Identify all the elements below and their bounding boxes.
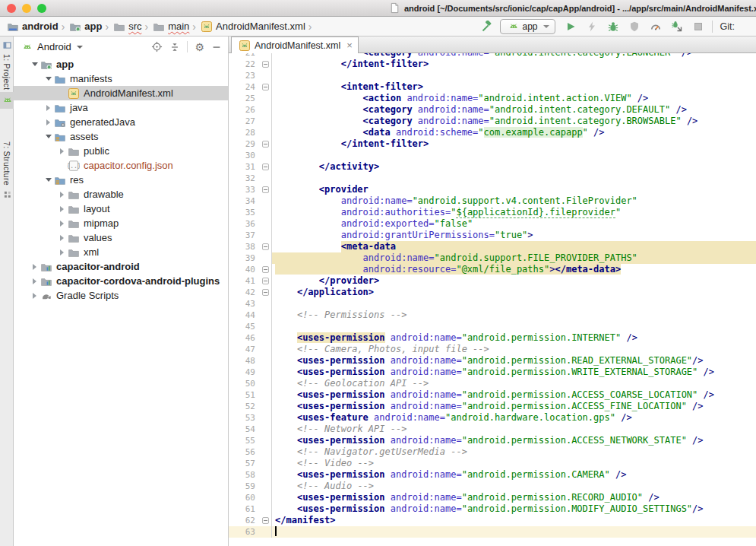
collapsed-arrow-icon[interactable] — [58, 221, 66, 227]
git-branch-label[interactable]: Git: — [720, 21, 735, 32]
code-line-27[interactable]: 27 <category android:name="android.inten… — [229, 116, 756, 127]
code-line-24[interactable]: 24 <intent-filter> — [229, 81, 756, 93]
tree-item-values[interactable]: values — [14, 230, 228, 245]
code-line-57[interactable]: 57 <!-- Video --> — [229, 458, 756, 469]
debug-button[interactable] — [607, 21, 619, 33]
attach-debugger-button[interactable] — [671, 21, 683, 33]
code-line-63[interactable]: 63 — [229, 526, 756, 538]
tree-item-manifests[interactable]: manifests — [14, 71, 228, 86]
tree-item-res[interactable]: res — [14, 173, 228, 187]
run-configuration-dropdown[interactable]: app — [500, 19, 555, 34]
tree-item-mipmap[interactable]: mipmap — [14, 216, 228, 230]
code-line-44[interactable]: 44 <!-- Permissions --> — [229, 310, 756, 321]
code-line-32[interactable]: 32 — [229, 173, 756, 184]
code-line-52[interactable]: 52 <uses-permission android:name="androi… — [229, 401, 756, 412]
tree-item-gradle-scripts[interactable]: Gradle Scripts — [14, 288, 228, 303]
fold-marker-icon[interactable] — [262, 163, 269, 170]
code-line-61[interactable]: 61 <uses-permission android:name="androi… — [229, 503, 756, 515]
tree-item-xml[interactable]: xml — [14, 245, 228, 259]
collapsed-arrow-icon[interactable] — [30, 293, 39, 299]
tree-item-capacitor-config-json[interactable]: {..}capacitor.config.json — [14, 158, 228, 173]
code-line-41[interactable]: 41 </provider> — [229, 275, 756, 287]
code-line-40[interactable]: 40 android:resource="@xml/file_paths"></… — [229, 264, 756, 275]
code-line-60[interactable]: 60 <uses-permission android:name="androi… — [229, 492, 756, 503]
expanded-arrow-icon[interactable] — [30, 62, 39, 66]
fold-marker-icon[interactable] — [262, 266, 269, 273]
coverage-button[interactable] — [628, 21, 641, 33]
tree-item-capacitor-android[interactable]: capacitor-android — [14, 259, 228, 274]
profiler-button[interactable] — [650, 21, 662, 33]
tree-item-capacitor-cordova-android-plugins[interactable]: capacitor-cordova-android-plugins — [14, 274, 228, 288]
code-line-26[interactable]: 26 <category android:name="android.inten… — [229, 104, 756, 116]
code-line-33[interactable]: 33 <provider — [229, 184, 756, 195]
code-line-43[interactable]: 43 — [229, 298, 756, 310]
hide-minus-icon[interactable] — [211, 42, 222, 52]
tree-item-public[interactable]: public — [14, 144, 228, 158]
code-line-29[interactable]: 29 </intent-filter> — [229, 138, 756, 150]
apply-changes-button[interactable] — [586, 21, 598, 33]
code-line-53[interactable]: 53 <uses-feature android:name="android.h… — [229, 412, 756, 424]
fold-marker-icon[interactable] — [262, 278, 269, 284]
code-line-35[interactable]: 35 android:authorities="${applicationId}… — [229, 207, 756, 218]
fold-marker-icon[interactable] — [262, 289, 269, 296]
fold-marker-icon[interactable] — [262, 84, 269, 90]
code-line-59[interactable]: 59 <!-- Audio --> — [229, 481, 756, 492]
fold-marker-icon[interactable] — [262, 243, 269, 250]
run-button[interactable] — [565, 21, 577, 33]
tree-item-drawable[interactable]: drawable — [14, 187, 228, 202]
code-line-21[interactable]: 21 <category android:name="android.inten… — [229, 53, 756, 59]
code-line-22[interactable]: 22 </intent-filter> — [229, 59, 756, 70]
code-line-62[interactable]: 62</manifest> — [229, 515, 756, 526]
code-line-38[interactable]: 38 <meta-data — [229, 241, 756, 252]
project-view-selector[interactable]: Android — [37, 41, 71, 52]
code-line-25[interactable]: 25 <action android:name="android.intent.… — [229, 93, 756, 104]
collapsed-arrow-icon[interactable] — [58, 235, 66, 241]
expanded-arrow-icon[interactable] — [44, 178, 52, 182]
collapsed-arrow-icon[interactable] — [30, 264, 39, 270]
code-line-45[interactable]: 45 — [229, 321, 756, 332]
tree-item-assets[interactable]: assets — [14, 129, 228, 144]
code-line-31[interactable]: 31 </activity> — [229, 161, 756, 173]
code-line-42[interactable]: 42 </application> — [229, 287, 756, 298]
code-line-37[interactable]: 37 android:grantUriPermissions="true"> — [229, 230, 756, 241]
tool-stripe-button-android-head[interactable] — [0, 92, 14, 109]
collapsed-arrow-icon[interactable] — [44, 105, 52, 111]
collapsed-arrow-icon[interactable] — [58, 192, 66, 198]
zoom-window-button[interactable] — [37, 4, 46, 13]
close-window-button[interactable] — [7, 4, 16, 13]
locate-target-icon[interactable] — [151, 41, 163, 52]
close-icon[interactable]: × — [346, 40, 353, 50]
tab-androidmanifest[interactable]: AndroidManifest.xml × — [231, 37, 359, 53]
tree-item-java[interactable]: java — [14, 100, 228, 115]
tree-item-generatedjava[interactable]: generatedJava — [14, 115, 228, 129]
minimize-window-button[interactable] — [22, 4, 31, 13]
collapsed-arrow-icon[interactable] — [58, 206, 66, 212]
breadcrumb-item-main[interactable]: main — [151, 21, 189, 33]
gear-icon[interactable]: ⚙ — [195, 42, 204, 52]
tree-item-androidmanifest-xml[interactable]: AndroidManifest.xml — [14, 86, 228, 100]
expanded-arrow-icon[interactable] — [44, 135, 52, 138]
tool-stripe-button-7-structure[interactable]: 7: Structure — [0, 139, 14, 203]
breadcrumb-item-src[interactable]: src — [112, 21, 141, 33]
stop-button[interactable] — [692, 21, 704, 33]
tree-item-app[interactable]: app — [14, 57, 228, 71]
code-line-46[interactable]: 46 <uses-permission android:name="androi… — [229, 332, 756, 344]
code-line-51[interactable]: 51 <uses-permission android:name="androi… — [229, 389, 756, 401]
code-line-48[interactable]: 48 <uses-permission android:name="androi… — [229, 355, 756, 367]
expanded-arrow-icon[interactable] — [44, 77, 52, 81]
code-editor[interactable]: 21 <category android:name="android.inten… — [229, 53, 756, 546]
code-line-55[interactable]: 55 <uses-permission android:name="androi… — [229, 435, 756, 446]
breadcrumb-item-android[interactable]: android — [5, 21, 59, 33]
tool-stripe-button-1-project[interactable]: 1: Project — [0, 37, 14, 92]
code-line-54[interactable]: 54 <!-- Network API --> — [229, 424, 756, 435]
code-line-49[interactable]: 49 <uses-permission android:name="androi… — [229, 367, 756, 378]
code-line-23[interactable]: 23 — [229, 70, 756, 81]
build-button[interactable] — [480, 21, 492, 33]
fold-marker-icon[interactable] — [262, 141, 269, 148]
code-line-36[interactable]: 36 android:exported="false" — [229, 218, 756, 230]
code-line-28[interactable]: 28 <data android:scheme="com.example.cap… — [229, 127, 756, 138]
collapse-all-icon[interactable] — [169, 42, 180, 52]
code-line-34[interactable]: 34 android:name="android.support.v4.cont… — [229, 195, 756, 207]
code-line-30[interactable]: 30 — [229, 150, 756, 161]
collapsed-arrow-icon[interactable] — [44, 119, 52, 125]
